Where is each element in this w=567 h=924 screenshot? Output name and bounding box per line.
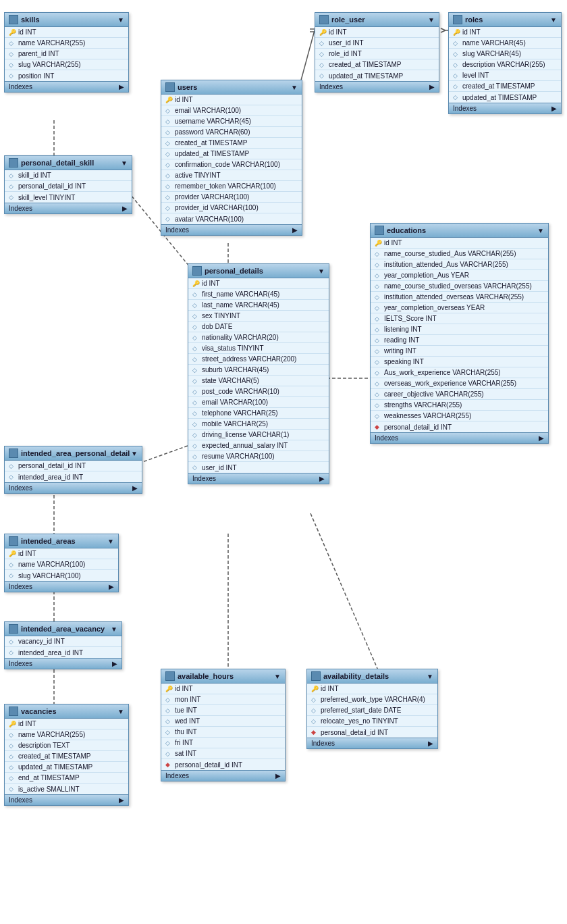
table-row: ◇ intended_area_id INT xyxy=(5,471,142,482)
table-row: ◇ name VARCHAR(255) xyxy=(5,729,128,740)
table-personal-details: personal_details ▼ 🔑 id INT ◇ first_name… xyxy=(188,263,329,484)
table-row: 🔑 id INT xyxy=(5,27,128,38)
diamond-icon: ◇ xyxy=(192,410,199,417)
table-title: vacancies xyxy=(21,707,117,715)
table-row: ◆ personal_detail_id INT xyxy=(371,421,548,432)
table-row: ◇ created_at TIMESTAMP xyxy=(161,138,302,149)
table-row: ◇ active TINYINT xyxy=(161,170,302,181)
indexes-row: Indexes ▶ xyxy=(188,473,329,484)
table-skills: skills ▼ 🔑 id INT ◇ name VARCHAR(255) ◇ … xyxy=(4,12,129,93)
diamond-icon: ◇ xyxy=(375,369,381,376)
table-body-users: 🔑 id INT ◇ email VARCHAR(100) ◇ username… xyxy=(161,95,302,224)
table-row: ◇ last_name VARCHAR(45) xyxy=(188,300,329,311)
table-row: ◇ name_course_studied_overseas VARCHAR(2… xyxy=(371,281,548,292)
diamond-icon: ◇ xyxy=(319,51,326,57)
red-diamond-icon: ◆ xyxy=(311,729,318,736)
table-header: intended_area_personal_detail ▼ xyxy=(5,446,142,461)
key-icon: 🔑 xyxy=(375,240,381,247)
table-roles: roles ▼ 🔑 id INT ◇ name VARCHAR(45) ◇ sl… xyxy=(448,12,562,114)
diamond-icon: ◇ xyxy=(375,337,381,344)
table-row: ◇ overseas_work_experience VARCHAR(255) xyxy=(371,378,548,389)
indexes-row-vacancies: Indexes ▶ xyxy=(5,794,128,805)
table-row: ◇ description TEXT xyxy=(5,740,128,751)
diamond-icon: ◇ xyxy=(165,172,172,179)
key-icon: 🔑 xyxy=(311,686,318,692)
diamond-icon: ◇ xyxy=(165,215,172,222)
table-icon xyxy=(165,82,175,92)
key-icon: 🔑 xyxy=(192,280,199,287)
diamond-icon: ◇ xyxy=(9,638,16,645)
diamond-icon: ◇ xyxy=(9,183,16,190)
table-row: ◇ weaknesses VARCHAR(255) xyxy=(371,411,548,421)
diamond-icon: ◇ xyxy=(192,432,199,438)
diamond-icon: ◇ xyxy=(192,464,199,471)
table-row: ◇ email VARCHAR(100) xyxy=(188,397,329,408)
table-row: ◇ intended_area_id INT xyxy=(5,647,122,658)
svg-line-9 xyxy=(310,513,378,670)
indexes-row: Indexes ▶ xyxy=(161,770,285,781)
table-intended-areas: intended_areas ▼ 🔑 id INT ◇ name VARCHAR… xyxy=(4,534,119,592)
table-row: 🔑 id INT xyxy=(315,27,439,38)
table-educations: educations ▼ 🔑 id INT ◇ name_course_stud… xyxy=(370,223,549,444)
table-body: 🔑 id INT ◇ name VARCHAR(255) ◇ descripti… xyxy=(5,719,128,794)
diamond-icon: ◇ xyxy=(165,140,172,147)
table-header-personal-detail-skill: personal_detail_skill ▼ xyxy=(5,156,132,170)
diamond-icon: ◇ xyxy=(375,326,381,333)
table-header-available-hours: available_hours ▼ xyxy=(161,669,285,684)
diamond-icon: ◇ xyxy=(9,51,16,57)
table-row: ◇ institution_attended_Aus VARCHAR(255) xyxy=(371,259,548,270)
diamond-icon: ◇ xyxy=(453,83,460,90)
table-row: ◆ personal_detail_id INT xyxy=(307,727,437,738)
table-row: ◇ created_at TIMESTAMP xyxy=(449,81,561,92)
diamond-icon: ◇ xyxy=(453,61,460,68)
diamond-icon: ◇ xyxy=(192,388,199,395)
table-icon xyxy=(453,15,462,24)
table-body: 🔑 id INT ◇ name VARCHAR(45) ◇ slug VARCH… xyxy=(449,27,561,103)
indexes-row-skills: Indexes ▶ xyxy=(5,81,128,92)
diamond-icon: ◇ xyxy=(9,61,16,68)
diamond-icon: ◇ xyxy=(9,753,16,760)
table-row: ◇ username VARCHAR(45) xyxy=(161,116,302,127)
diamond-icon: ◇ xyxy=(375,359,381,365)
table-title: educations xyxy=(387,226,537,234)
svg-line-4 xyxy=(441,28,446,30)
indexes-row: Indexes ▶ xyxy=(315,81,439,92)
table-row: ◇ IELTS_Score INT xyxy=(371,313,548,324)
table-row: ◇ sex TINYINT xyxy=(188,311,329,322)
table-row: ◇ personal_detail_id INT xyxy=(5,461,142,471)
table-icon xyxy=(165,671,175,681)
table-body: ◇ skill_id INT ◇ personal_detail_id INT … xyxy=(5,170,132,203)
table-row: ◇ reading INT xyxy=(371,335,548,346)
table-body: 🔑 id INT ◇ preferred_work_type VARCHAR(4… xyxy=(307,684,437,738)
table-title: availability_details xyxy=(323,672,427,680)
table-row: ◇ nationality VARCHAR(20) xyxy=(188,332,329,343)
table-row: ◇ updated_at TIMESTAMP xyxy=(315,70,439,81)
table-row: ◇ street_address VARCHAR(200) xyxy=(188,354,329,365)
table-row: ◇ year_completion_Aus YEAR xyxy=(371,270,548,281)
table-row: ◇ telephone VARCHAR(25) xyxy=(188,408,329,419)
diamond-icon: ◇ xyxy=(9,194,16,201)
diamond-icon: ◇ xyxy=(192,313,199,319)
table-title: personal_detail_skill xyxy=(21,159,121,167)
table-header-users: users ▼ xyxy=(161,80,302,95)
indexes-row: Indexes ▶ xyxy=(5,482,142,493)
table-row: ◇ preferred_start_date DATE xyxy=(307,705,437,716)
diamond-icon: ◇ xyxy=(9,764,16,771)
key-icon: 🔑 xyxy=(319,29,326,36)
diamond-icon: ◇ xyxy=(192,334,199,341)
table-row: ◇ state VARCHAR(5) xyxy=(188,376,329,386)
diamond-icon: ◇ xyxy=(165,183,172,190)
table-title-users: users xyxy=(178,83,291,91)
table-row: ◇ skill_level TINYINT xyxy=(5,192,132,203)
diamond-icon: ◇ xyxy=(192,367,199,374)
table-row: 🔑 id INT xyxy=(307,684,437,694)
table-row: ◇ description VARCHAR(255) xyxy=(449,59,561,70)
table-row: ◇ created_at TIMESTAMP xyxy=(315,59,439,70)
table-row: ◇ confirmation_code VARCHAR(100) xyxy=(161,159,302,170)
table-row: 🔑 id INT xyxy=(449,27,561,38)
table-row: ◇ resume VARCHAR(100) xyxy=(188,451,329,462)
table-header-educations: educations ▼ xyxy=(371,224,548,238)
table-header-role-user: role_user ▼ xyxy=(315,13,439,27)
table-row: ◇ provider_id VARCHAR(100) xyxy=(161,203,302,213)
table-icon xyxy=(375,226,384,235)
